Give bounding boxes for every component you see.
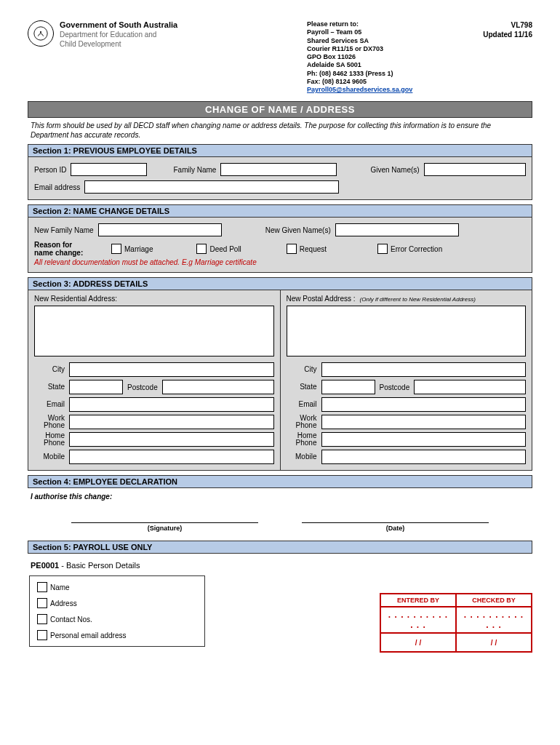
request-checkbox[interactable]: [287, 244, 297, 254]
declaration-text: I authorise this change:: [28, 488, 532, 522]
gov-title: Government of South Australia: [60, 20, 227, 29]
section4-head: Section 4: EMPLOYEE DECLARATION: [28, 475, 532, 488]
section3-panel: New Residential Address: City State Post…: [28, 290, 532, 471]
error-correction-checkbox[interactable]: [377, 244, 388, 254]
new-family-input[interactable]: [98, 223, 222, 236]
res-workphone-input[interactable]: [69, 415, 274, 429]
res-title: New Residential Address:: [34, 295, 117, 303]
return-address: Please return to: Payroll – Team 05 Shar…: [307, 20, 467, 94]
res-postcode-label: Postcode: [127, 383, 158, 391]
res-email-input[interactable]: [69, 397, 274, 412]
signature-row: (Signature) (Date): [28, 522, 532, 541]
post-postcode-input[interactable]: [414, 380, 526, 394]
section5-head: Section 5: PAYROLL USE ONLY: [28, 541, 532, 554]
post-mobile-label: Mobile: [287, 453, 317, 461]
signature-line[interactable]: [71, 522, 258, 523]
s5-address-label: Address: [50, 599, 77, 607]
post-state-input[interactable]: [321, 380, 375, 394]
given-names-input[interactable]: [424, 163, 526, 176]
res-address-input[interactable]: [34, 306, 274, 356]
postal-column: New Postal Address : (Only if different …: [281, 290, 532, 470]
pe-line: PE0001 - Basic Person Details: [31, 561, 529, 570]
post-postcode-label: Postcode: [380, 383, 410, 391]
opt-request: Request: [300, 245, 327, 253]
given-names-label: Given Name(s): [370, 166, 419, 174]
checked-by-dots[interactable]: . . . . . . . . . . . . .: [456, 607, 532, 633]
new-family-label: New Family Name: [34, 226, 94, 234]
post-city-label: City: [287, 366, 317, 373]
reason-label: Reason for name change:: [34, 241, 97, 257]
deed-poll-checkbox[interactable]: [196, 244, 207, 254]
form-title: CHANGE OF NAME / ADDRESS: [28, 101, 532, 118]
res-postcode-input[interactable]: [162, 380, 274, 394]
gov-dept: Department for Education and Child Devel…: [60, 31, 227, 49]
person-id-input[interactable]: [71, 163, 147, 176]
contact-checkbox[interactable]: [37, 614, 47, 624]
res-city-label: City: [34, 366, 65, 373]
s5-contact-label: Contact Nos.: [50, 615, 92, 624]
sa-gov-logo: [28, 20, 54, 47]
res-city-input[interactable]: [69, 362, 274, 377]
res-state-label: State: [34, 383, 65, 391]
date-line[interactable]: [302, 522, 489, 523]
payroll-items-box: Name Address Contact Nos. Personal email…: [29, 575, 205, 647]
checked-by-head: CHECKED BY: [456, 594, 532, 607]
post-homephone-input[interactable]: [321, 432, 527, 447]
post-state-label: State: [287, 383, 317, 391]
section2-panel: New Family Name New Given Name(s) Reason…: [28, 218, 532, 273]
entered-by-date[interactable]: / /: [380, 633, 456, 652]
family-name-label: Family Name: [173, 166, 216, 174]
signature-label: (Signature): [71, 525, 258, 532]
opt-marriage: Marriage: [124, 245, 153, 253]
name-checkbox[interactable]: [37, 582, 47, 592]
res-email-label: Email: [34, 401, 65, 408]
header-row: Government of South Australia Department…: [28, 20, 532, 94]
intro-text: This form should be used by all DECD sta…: [28, 118, 532, 144]
address-checkbox[interactable]: [37, 598, 47, 608]
entered-by-dots[interactable]: . . . . . . . . . . . . .: [380, 607, 456, 633]
s5-name-label: Name: [50, 583, 70, 591]
post-subnote: (Only if different to New Residential Ad…: [360, 296, 476, 303]
form-code-block: VL798 Updated 11/16: [467, 20, 532, 39]
res-mobile-label: Mobile: [34, 453, 65, 461]
entry-stamp: ENTERED BY CHECKED BY . . . . . . . . . …: [380, 593, 532, 653]
new-given-label: New Given Name(s): [265, 226, 331, 234]
section3-head: Section 3: ADDRESS DETAILS: [28, 277, 532, 290]
section2-head: Section 2: NAME CHANGE DETAILS: [28, 204, 532, 218]
opt-deed: Deed Poll: [209, 245, 241, 253]
new-given-input[interactable]: [335, 223, 459, 236]
res-homephone-input[interactable]: [69, 432, 274, 447]
checked-by-date[interactable]: / /: [456, 633, 532, 652]
svg-point-1: [40, 31, 41, 33]
email-input[interactable]: [84, 180, 339, 194]
email-label: Email address: [34, 183, 80, 191]
section1-panel: Person ID Family Name Given Name(s) Emai…: [28, 157, 532, 200]
post-homephone-label: HomePhone: [287, 432, 317, 447]
s5-email-label: Personal email address: [50, 632, 127, 640]
entered-by-head: ENTERED BY: [380, 594, 456, 607]
res-workphone-label: WorkPhone: [34, 415, 65, 429]
post-city-input[interactable]: [321, 362, 527, 377]
section1-head: Section 1: PREVIOUS EMPLOYEE DETAILS: [28, 144, 532, 157]
residential-column: New Residential Address: City State Post…: [28, 290, 281, 470]
marriage-checkbox[interactable]: [111, 244, 121, 254]
documentation-note: All relevant documentation must be attac…: [34, 258, 526, 266]
post-email-input[interactable]: [321, 397, 527, 412]
res-state-input[interactable]: [69, 380, 123, 394]
post-workphone-input[interactable]: [321, 415, 527, 429]
personal-email-checkbox[interactable]: [37, 630, 47, 640]
res-mobile-input[interactable]: [69, 450, 274, 464]
post-mobile-input[interactable]: [321, 450, 527, 464]
post-address-input[interactable]: [287, 306, 527, 356]
date-label: (Date): [302, 525, 489, 532]
post-title: New Postal Address :: [287, 295, 356, 303]
post-workphone-label: WorkPhone: [287, 415, 317, 429]
post-email-label: Email: [287, 401, 317, 408]
person-id-label: Person ID: [34, 166, 66, 174]
opt-error: Error Correction: [391, 245, 442, 253]
res-homephone-label: HomePhone: [34, 432, 65, 447]
family-name-input[interactable]: [220, 163, 337, 176]
payroll-email-link[interactable]: Payroll05@sharedservices.sa.gov: [307, 86, 412, 93]
